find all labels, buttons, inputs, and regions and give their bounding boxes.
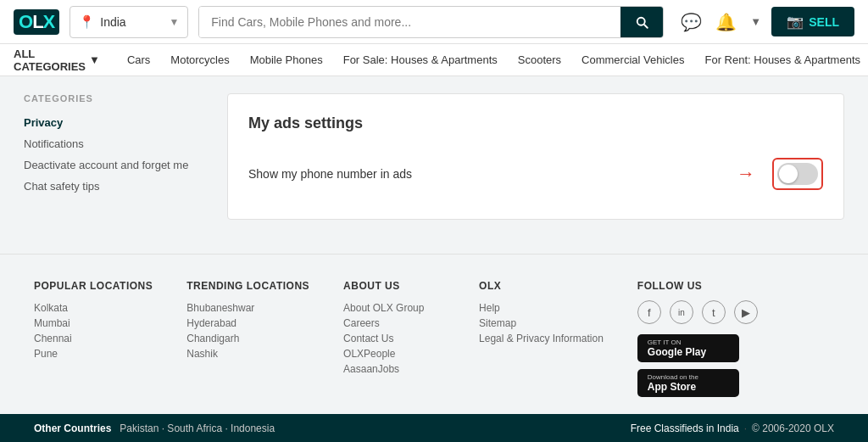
follow-icons: f in t ▶ <box>637 300 758 324</box>
location-selector[interactable]: 📍 India ▼ <box>70 6 188 38</box>
nav-commercial-vehicles[interactable]: Commercial Vehicles <box>571 44 694 76</box>
sidebar-item-notifications[interactable]: Notifications <box>24 133 210 154</box>
google-play-label: Google Play <box>648 346 706 358</box>
other-countries-label: Other Countries <box>34 422 111 434</box>
bottom-separator: · <box>744 422 747 434</box>
app-store-label-top: Download on the <box>648 373 698 381</box>
follow-us-title: FOLLOW US <box>637 280 758 292</box>
footer-link-bhubaneshwar[interactable]: Bhubaneshwar <box>186 300 309 316</box>
footer-columns: POPULAR LOCATIONS Kolkata Mumbai Chennai… <box>34 280 834 397</box>
footer-link-nashik[interactable]: Nashik <box>186 346 309 361</box>
chat-icon[interactable]: 💬 <box>681 12 702 32</box>
location-icon: 📍 <box>79 14 95 30</box>
footer-about-us: ABOUT US About OLX Group Careers Contact… <box>343 280 445 397</box>
about-us-title: ABOUT US <box>343 280 445 292</box>
sell-button[interactable]: 📷 SELL <box>771 7 854 36</box>
sidebar: CATEGORIES Privacy Notifications Deactiv… <box>24 93 210 220</box>
youtube-icon[interactable]: ▶ <box>734 300 758 324</box>
footer-link-chandigarh[interactable]: Chandigarh <box>186 331 309 346</box>
instagram-icon[interactable]: in <box>670 300 693 324</box>
free-classifieds-text: Free Classifieds in India <box>631 422 739 434</box>
footer-trending-locations: TRENDING LOCATIONS Bhubaneshwar Hyderaba… <box>186 280 309 397</box>
footer-link-help[interactable]: Help <box>479 300 604 316</box>
app-store-badge[interactable]: Download on the App Store <box>637 369 739 397</box>
bell-icon[interactable]: 🔔 <box>715 12 737 32</box>
footer-link-careers[interactable]: Careers <box>343 316 445 331</box>
footer-olx: OLX Help Sitemap Legal & Privacy Informa… <box>479 280 604 397</box>
search-input[interactable] <box>199 7 620 37</box>
popular-locations-title: POPULAR LOCATIONS <box>34 280 153 292</box>
main-panel: My ads settings Show my phone number in … <box>227 93 844 220</box>
phone-number-setting-label: Show my phone number in ads <box>248 167 412 181</box>
footer-link-olxpeople[interactable]: OLXPeople <box>343 346 445 361</box>
toggle-wrapper <box>772 158 823 190</box>
footer-link-sitemap[interactable]: Sitemap <box>479 316 604 331</box>
bottom-bar-right: Free Classifieds in India · © 2006-2020 … <box>631 422 834 434</box>
footer-follow-us: FOLLOW US f in t ▶ GET IT ON Google Play… <box>637 280 758 397</box>
search-button[interactable] <box>620 7 663 37</box>
search-icon <box>634 14 649 30</box>
phone-number-setting-row: Show my phone number in ads → <box>248 149 823 199</box>
content-wrapper: CATEGORIES Privacy Notifications Deactiv… <box>10 93 858 220</box>
user-menu-icon[interactable]: ▼ <box>750 15 761 28</box>
footer-link-mumbai[interactable]: Mumbai <box>34 316 153 331</box>
footer: POPULAR LOCATIONS Kolkata Mumbai Chennai… <box>0 254 868 414</box>
sell-label: SELL <box>809 15 839 29</box>
bottom-bar-left: Other Countries Pakistan · South Africa … <box>34 422 275 434</box>
footer-link-kolkata[interactable]: Kolkata <box>34 300 153 316</box>
sidebar-item-deactivate[interactable]: Deactivate account and forget me <box>24 154 210 176</box>
trending-locations-title: TRENDING LOCATIONS <box>186 280 309 292</box>
sidebar-categories-label: CATEGORIES <box>24 93 210 104</box>
footer-link-contact-us[interactable]: Contact Us <box>343 331 445 346</box>
sidebar-item-privacy[interactable]: Privacy <box>24 112 210 133</box>
olx-logo: OLX <box>14 9 59 35</box>
search-bar <box>198 6 664 38</box>
footer-link-about-olx-group[interactable]: About OLX Group <box>343 300 445 316</box>
footer-link-legal-privacy[interactable]: Legal & Privacy Information <box>479 331 604 346</box>
camera-icon: 📷 <box>787 14 804 30</box>
location-text: India <box>100 15 164 29</box>
nav-cars[interactable]: Cars <box>117 44 160 76</box>
logo[interactable]: OLX <box>14 9 59 35</box>
arrow-right-icon: → <box>737 163 755 185</box>
sidebar-item-chat-safety[interactable]: Chat safety tips <box>24 176 210 197</box>
nav-for-rent-houses[interactable]: For Rent: Houses & Apartments <box>694 44 868 76</box>
footer-link-pune[interactable]: Pune <box>34 346 153 361</box>
footer-link-chennai[interactable]: Chennai <box>34 331 153 346</box>
olx-title: OLX <box>479 280 604 292</box>
countries-list[interactable]: Pakistan · South Africa · Indonesia <box>120 422 275 434</box>
nav-motorcycles[interactable]: Motorcycles <box>160 44 239 76</box>
chevron-down-icon: ▼ <box>89 53 100 66</box>
bottom-bar: Other Countries Pakistan · South Africa … <box>0 414 868 442</box>
nav-for-sale-houses[interactable]: For Sale: Houses & Apartments <box>333 44 508 76</box>
google-play-label-top: GET IT ON <box>648 338 682 346</box>
header: OLX 📍 India ▼ 💬 🔔 ▼ 📷 SELL <box>0 0 868 44</box>
all-categories-button[interactable]: ALL CATEGORIES ▼ <box>14 44 110 76</box>
toggle-knob <box>779 165 798 183</box>
footer-link-aasaanjobs[interactable]: AasaanJobs <box>343 361 445 377</box>
facebook-icon[interactable]: f <box>637 300 661 324</box>
nav-mobile-phones[interactable]: Mobile Phones <box>240 44 333 76</box>
nav-links: Cars Motorcycles Mobile Phones For Sale:… <box>117 44 868 76</box>
setting-right: → <box>737 158 823 190</box>
nav-scooters[interactable]: Scooters <box>508 44 571 76</box>
header-icons: 💬 🔔 ▼ <box>681 12 761 32</box>
app-badges: GET IT ON Google Play Download on the Ap… <box>637 334 758 397</box>
footer-link-hyderabad[interactable]: Hyderabad <box>186 316 309 331</box>
panel-title: My ads settings <box>248 115 823 132</box>
navbar: ALL CATEGORIES ▼ Cars Motorcycles Mobile… <box>0 44 868 76</box>
twitter-icon[interactable]: t <box>702 300 726 324</box>
phone-number-toggle[interactable] <box>777 163 818 185</box>
all-categories-label: ALL CATEGORIES <box>14 48 86 73</box>
app-store-label: App Store <box>648 381 696 393</box>
chevron-down-icon: ▼ <box>169 16 179 28</box>
google-play-badge[interactable]: GET IT ON Google Play <box>637 334 739 362</box>
footer-popular-locations: POPULAR LOCATIONS Kolkata Mumbai Chennai… <box>34 280 153 397</box>
copyright-text: © 2006-2020 OLX <box>752 422 834 434</box>
